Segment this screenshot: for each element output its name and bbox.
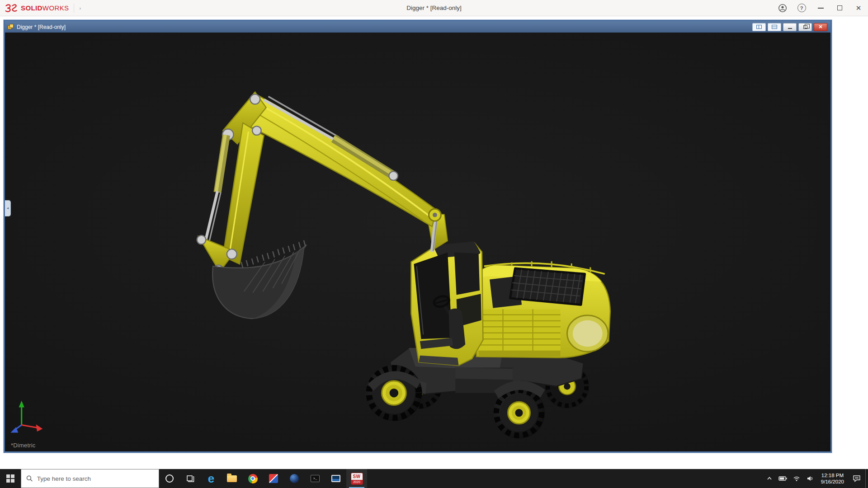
network-button[interactable]	[790, 469, 803, 488]
user-icon	[778, 4, 787, 13]
battery-icon	[778, 475, 788, 482]
pinned-app-button-3[interactable]: >_	[305, 469, 326, 488]
brand-works: WORKS	[42, 4, 69, 12]
close-icon: ✕	[856, 4, 862, 12]
action-center-icon	[853, 475, 861, 482]
brand-text: SOLIDWORKS	[21, 4, 69, 12]
search-input[interactable]	[37, 475, 154, 482]
document-window: Digger * [Read-only] ✕	[4, 20, 832, 453]
panel-collapse-tab[interactable]: ◂	[5, 200, 11, 216]
dassault-3ds-logo-icon	[5, 3, 18, 13]
app-titlebar: SOLIDWORKS › Digger * [Read-only] ? ✕	[0, 0, 868, 16]
system-tray: 12:18 PM 9/16/2020	[763, 469, 868, 488]
pinned-app-button-1[interactable]	[263, 469, 284, 488]
minimize-icon	[818, 8, 824, 9]
chrome-icon	[248, 474, 258, 483]
solidworks-app-icon: SW 2020	[351, 473, 363, 485]
edge-button[interactable]: e	[201, 469, 222, 488]
account-button[interactable]	[773, 0, 792, 16]
doc-restore-icon	[803, 25, 807, 29]
edge-icon: e	[208, 473, 214, 484]
brand-solid: SOLID	[21, 4, 42, 12]
search-icon	[26, 475, 33, 482]
speaker-icon	[807, 475, 814, 482]
maximize-icon	[837, 5, 842, 10]
doc-close-button[interactable]: ✕	[814, 23, 827, 31]
close-button[interactable]: ✕	[849, 0, 868, 16]
cortana-icon	[165, 474, 174, 483]
task-view-icon	[186, 474, 195, 483]
split-vertical-icon	[756, 25, 762, 29]
start-button[interactable]	[0, 469, 21, 488]
screen: SOLIDWORKS › Digger * [Read-only] ? ✕	[0, 0, 868, 488]
doc-minimize-button[interactable]	[783, 23, 797, 31]
doc-minimize-icon	[788, 28, 792, 29]
console-icon: >_	[311, 475, 320, 482]
help-icon: ?	[797, 4, 806, 12]
action-center-button[interactable]	[848, 469, 865, 488]
app-window-controls: ? ✕	[773, 0, 868, 16]
viewport-3d[interactable]: *Dimetric ◂	[5, 33, 830, 451]
maximize-button[interactable]	[830, 0, 849, 16]
chevron-up-icon	[766, 475, 773, 482]
taskbar-search[interactable]	[21, 469, 159, 488]
menu-flyout-arrow-icon[interactable]: ›	[80, 5, 81, 11]
doc-close-icon: ✕	[818, 24, 822, 30]
solidworks-logo[interactable]: SOLIDWORKS ›	[0, 0, 85, 16]
task-view-button[interactable]	[180, 469, 201, 488]
sw-badge-text: SW	[351, 473, 363, 480]
volume-button[interactable]	[803, 469, 817, 488]
doc-window-controls: ✕	[752, 23, 828, 31]
pinned-app-icon-1	[269, 474, 278, 483]
app-title: Digger * [Read-only]	[136, 5, 732, 11]
split-horizontal-icon	[772, 25, 777, 29]
split-view-vertical-button[interactable]	[752, 23, 766, 31]
taskbar-clock[interactable]: 12:18 PM 9/16/2020	[817, 472, 848, 485]
digger-arm	[197, 92, 448, 319]
pinned-app-button-4[interactable]	[326, 469, 346, 488]
brand-separator	[74, 4, 74, 13]
assembly-doc-icon	[7, 23, 14, 30]
split-view-horizontal-button[interactable]	[768, 23, 781, 31]
digger-engine-body	[476, 261, 610, 357]
file-explorer-button[interactable]	[222, 469, 242, 488]
digger-model	[5, 33, 830, 451]
doc-restore-button[interactable]	[798, 23, 812, 31]
taskbar: e >_ SW 2020	[0, 469, 868, 488]
chrome-button[interactable]	[242, 469, 263, 488]
clock-time: 12:18 PM	[821, 472, 844, 479]
doc-title: Digger * [Read-only]	[17, 24, 66, 30]
hidden-icons-button[interactable]	[763, 469, 776, 488]
solidworks-taskbar-button[interactable]: SW 2020	[346, 469, 367, 488]
digger-cab	[411, 243, 483, 366]
wifi-icon	[793, 475, 800, 482]
orientation-triad-icon	[10, 401, 42, 433]
windows-logo-icon	[6, 474, 14, 483]
monitor-app-icon	[331, 475, 340, 482]
mdi-area: Digger * [Read-only] ✕	[0, 16, 868, 469]
clock-date: 9/16/2020	[821, 479, 844, 485]
sphere-app-icon	[290, 474, 299, 483]
help-button[interactable]: ?	[792, 0, 811, 16]
minimize-button[interactable]	[811, 0, 830, 16]
sw-badge-year: 2020	[351, 480, 363, 484]
show-desktop-button[interactable]	[865, 469, 868, 488]
cortana-button[interactable]	[159, 469, 180, 488]
battery-button[interactable]	[776, 469, 790, 488]
folder-icon	[227, 475, 237, 482]
view-orientation-label: *Dimetric	[11, 442, 36, 449]
pinned-app-button-2[interactable]	[284, 469, 305, 488]
doc-titlebar[interactable]: Digger * [Read-only] ✕	[5, 21, 830, 33]
